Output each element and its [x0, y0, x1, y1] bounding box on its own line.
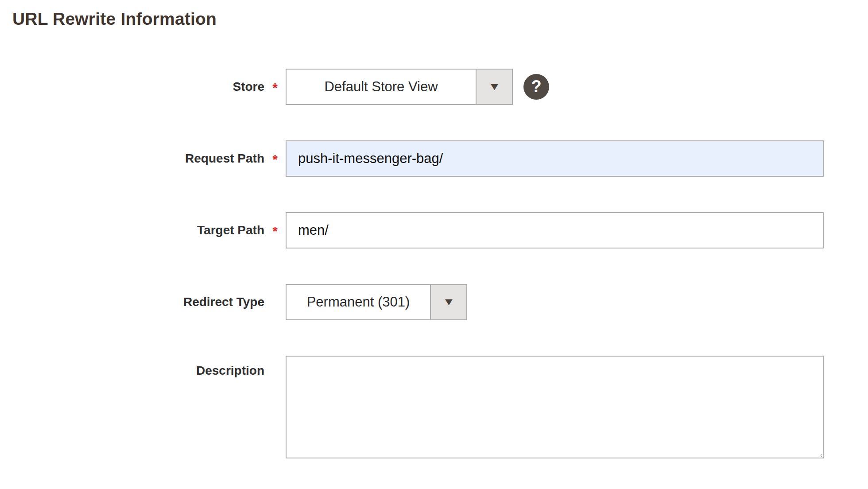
store-label: Store [232, 80, 264, 94]
store-select-arrow-button[interactable]: ▼ [476, 70, 512, 104]
chevron-down-icon: ▼ [442, 297, 455, 307]
target-path-input[interactable] [286, 212, 824, 248]
redirect-type-label-cell: Redirect Type [0, 295, 286, 309]
help-icon[interactable]: ? [523, 74, 549, 100]
request-path-label: Request Path [185, 151, 264, 166]
store-label-cell: Store * [0, 79, 286, 94]
redirect-type-label: Redirect Type [183, 295, 264, 309]
form-row-store: Store * Default Store View ▼ ? [0, 69, 868, 105]
description-control-cell [286, 356, 824, 458]
request-path-label-cell: Request Path * [0, 151, 286, 166]
store-select-value: Default Store View [287, 70, 476, 104]
page-title: URL Rewrite Information [12, 9, 868, 30]
description-textarea[interactable] [286, 356, 824, 458]
store-select[interactable]: Default Store View ▼ [286, 69, 513, 105]
target-path-label-cell: Target Path * [0, 223, 286, 238]
request-path-required-asterisk: * [264, 152, 286, 167]
form-row-redirect-type: Redirect Type Permanent (301) ▼ [0, 284, 868, 320]
form-row-request-path: Request Path * [0, 140, 868, 177]
redirect-type-select-value: Permanent (301) [287, 285, 430, 319]
form-row-target-path: Target Path * [0, 212, 868, 248]
redirect-type-control-cell: Permanent (301) ▼ [286, 284, 467, 320]
target-path-required-asterisk: * [264, 224, 286, 239]
target-path-control-cell [286, 212, 824, 248]
description-label-cell: Description [0, 356, 286, 378]
request-path-control-cell [286, 140, 824, 177]
redirect-type-select[interactable]: Permanent (301) ▼ [286, 284, 467, 320]
target-path-label: Target Path [197, 223, 264, 237]
store-required-asterisk: * [264, 80, 286, 95]
url-rewrite-form: Store * Default Store View ▼ ? Request P… [0, 69, 868, 458]
redirect-type-select-arrow-button[interactable]: ▼ [430, 285, 466, 319]
chevron-down-icon: ▼ [488, 82, 500, 92]
store-control-cell: Default Store View ▼ ? [286, 69, 549, 105]
request-path-input[interactable] [286, 140, 824, 177]
form-row-description: Description [0, 356, 868, 458]
description-label: Description [196, 364, 264, 378]
